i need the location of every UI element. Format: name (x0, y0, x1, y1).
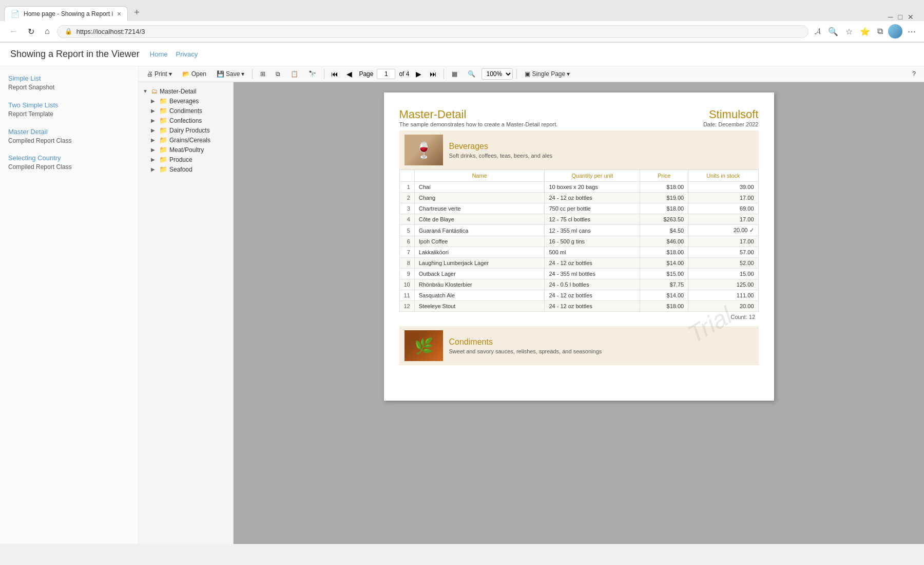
save-icon: 💾 (217, 70, 224, 78)
browser-toolbar: ← ↻ ⌂ 🔒 𝓐 🔍 ☆ ⭐ ⧉ ⋯ (0, 21, 924, 42)
tree-folder-produce: 📁 (159, 156, 167, 163)
active-tab[interactable]: 📄 Home page - Showing a Report i × (4, 6, 128, 21)
category-name-beverages: Beverages (449, 142, 553, 151)
cell-num: 1 (399, 182, 414, 193)
favorites-button[interactable]: ☆ (843, 25, 855, 39)
tree-label-beverages: Beverages (169, 98, 199, 105)
sidebar-desc-master-detail: Compiled Report Class (8, 137, 130, 145)
sidebar-link-simple-list[interactable]: Simple List (8, 74, 41, 82)
cell-stock: 111.00 (688, 290, 758, 301)
tree-root[interactable]: ▼ 🗂 Master-Detail (143, 86, 229, 96)
zoom-select[interactable]: 100% 75% 150% (482, 68, 513, 80)
open-button[interactable]: 📂 Open (178, 68, 210, 80)
cell-name: Ipoh Coffee (414, 236, 545, 247)
close-window-button[interactable]: ✕ (908, 13, 914, 21)
back-button[interactable]: ← (6, 25, 21, 38)
bookmark-button[interactable]: ⊞ (256, 68, 270, 80)
sidebar-link-selecting-country[interactable]: Selecting Country (8, 154, 61, 162)
print-dropdown-icon: ▾ (169, 70, 172, 78)
cell-stock: 57.00 (688, 247, 758, 258)
cell-num: 5 (399, 225, 414, 236)
maximize-button[interactable]: □ (898, 13, 902, 21)
first-page-button[interactable]: ⏮ (328, 68, 341, 80)
cell-stock: 125.00 (688, 279, 758, 290)
paste-button[interactable]: 📋 (286, 68, 302, 80)
sidebar: Simple List Report Snapshot Two Simple L… (0, 66, 139, 544)
tab-close-button[interactable]: × (117, 10, 121, 18)
page-number-input[interactable] (377, 69, 395, 79)
read-mode-button[interactable]: 𝓐 (813, 25, 823, 38)
user-avatar[interactable] (888, 24, 902, 39)
open-label: Open (191, 70, 206, 78)
home-button[interactable]: ⌂ (42, 25, 53, 38)
help-button[interactable]: ? (908, 68, 920, 80)
tree-label-condiments: Condiments (169, 107, 202, 115)
prev-page-button[interactable]: ◀ (343, 68, 355, 80)
save-button[interactable]: 💾 Save ▾ (213, 68, 248, 80)
find-icon: 🔭 (309, 70, 316, 78)
last-page-button[interactable]: ⏭ (427, 68, 440, 80)
print-button[interactable]: 🖨 Print ▾ (143, 68, 176, 80)
tree-item-condiments[interactable]: ▶ 📁 Condiments (151, 106, 229, 116)
sidebar-link-two-simple-lists[interactable]: Two Simple Lists (8, 101, 59, 109)
sidebar-link-master-detail[interactable]: Master Detail (8, 128, 48, 136)
tree-item-seafood[interactable]: ▶ 📁 Seafood (151, 164, 229, 174)
category-image-condiments (405, 330, 443, 361)
thumbnail-view-button[interactable]: ▦ (448, 68, 461, 80)
view-mode-button[interactable]: ▣ Single Page ▾ (521, 68, 574, 80)
page-nav: Home Privacy (150, 50, 198, 58)
toolbar-separator-4 (516, 69, 517, 79)
cell-stock: 17.00 (688, 193, 758, 203)
find-button[interactable]: 🔭 (304, 68, 320, 80)
copy-button[interactable]: ⧉ (272, 68, 284, 80)
cell-stock: 20.00 (688, 301, 758, 312)
cell-price: $18.00 (640, 247, 688, 258)
cell-qty: 750 cc per bottle (545, 203, 640, 214)
cell-price: $4.50 (640, 225, 688, 236)
table-row: 12 Steeleye Stout 24 - 12 oz bottles $18… (399, 301, 758, 312)
tree-label-grains: Grains/Cereals (169, 137, 210, 144)
new-tab-button[interactable]: + (128, 4, 146, 21)
cell-num: 3 (399, 203, 414, 214)
cell-stock: 17.00 (688, 214, 758, 225)
settings-button[interactable]: ⋯ (906, 25, 918, 39)
tree-folder-confections: 📁 (159, 117, 167, 124)
cell-name: Côte de Blaye (414, 214, 545, 225)
category-name-condiments: Condiments (449, 337, 602, 347)
cell-qty: 24 - 0.5 l bottles (545, 279, 640, 290)
tree-item-dairy[interactable]: ▶ 📁 Dairy Products (151, 125, 229, 135)
cell-num: 7 (399, 247, 414, 258)
tree-item-meat[interactable]: ▶ 📁 Meat/Poultry (151, 145, 229, 155)
cell-name: Lakkaliköori (414, 247, 545, 258)
minimize-button[interactable]: ─ (888, 13, 893, 21)
cell-name: Chai (414, 182, 545, 193)
nav-home[interactable]: Home (150, 50, 168, 58)
page-label: Page (359, 70, 373, 78)
next-page-button[interactable]: ▶ (413, 68, 425, 80)
table-row: 5 Guaraná Fantástica 12 - 355 ml cans $4… (399, 225, 758, 236)
search-toolbar-button[interactable]: 🔍 (464, 68, 479, 80)
tree-item-produce[interactable]: ▶ 📁 Produce (151, 155, 229, 164)
tree-folder-meat: 📁 (159, 146, 167, 154)
toolbar-separator-1 (252, 69, 253, 79)
sidebar-item-simple-list: Simple List Report Snapshot (8, 74, 130, 92)
collections-button[interactable]: ⧉ (875, 25, 885, 38)
zoom-button[interactable]: 🔍 (826, 25, 840, 39)
cell-stock: 17.00 (688, 236, 758, 247)
print-label: Print (155, 70, 167, 78)
cell-price: $15.00 (640, 269, 688, 279)
report-title: Master-Detail (399, 108, 558, 121)
address-bar[interactable]: 🔒 (57, 25, 808, 38)
tree-item-grains[interactable]: ▶ 📁 Grains/Cereals (151, 135, 229, 145)
report-brand: Stimulsoft (703, 108, 759, 121)
tree-item-confections[interactable]: ▶ 📁 Confections (151, 116, 229, 125)
forward-button[interactable]: ↻ (25, 25, 37, 39)
nav-privacy[interactable]: Privacy (176, 50, 198, 58)
tree-item-beverages[interactable]: ▶ 📁 Beverages (151, 96, 229, 106)
tab-title: Home page - Showing a Report i (24, 10, 113, 17)
url-input[interactable] (76, 28, 801, 35)
add-favorites-button[interactable]: ⭐ (858, 25, 872, 39)
tree-expand-seafood: ▶ (151, 166, 157, 172)
cell-num: 4 (399, 214, 414, 225)
tree-expand-condiments: ▶ (151, 108, 157, 114)
